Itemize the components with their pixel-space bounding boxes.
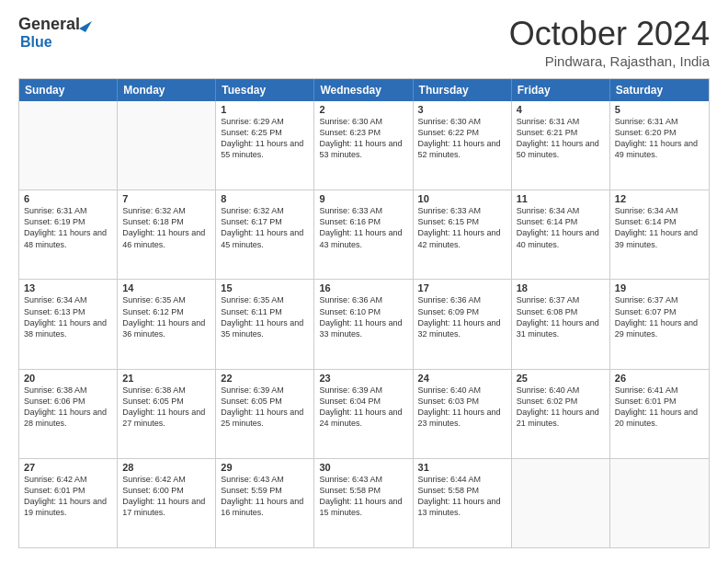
month-title: October 2024: [509, 15, 710, 53]
calendar-row: 13Sunrise: 6:34 AM Sunset: 6:13 PM Dayli…: [19, 279, 709, 368]
cell-text: Sunrise: 6:34 AM Sunset: 6:14 PM Dayligh…: [517, 205, 605, 250]
calendar-cell: 24Sunrise: 6:40 AM Sunset: 6:03 PM Dayli…: [414, 370, 512, 458]
calendar-header-cell: Friday: [512, 79, 610, 101]
calendar-cell: [512, 459, 610, 547]
cell-text: Sunrise: 6:38 AM Sunset: 6:05 PM Dayligh…: [122, 385, 210, 430]
logo-text: General: [18, 15, 89, 34]
calendar-cell: 19Sunrise: 6:37 AM Sunset: 6:07 PM Dayli…: [610, 280, 709, 368]
day-number: 15: [221, 282, 309, 293]
cell-text: Sunrise: 6:37 AM Sunset: 6:08 PM Dayligh…: [517, 294, 605, 339]
calendar-cell: 20Sunrise: 6:38 AM Sunset: 6:06 PM Dayli…: [19, 370, 118, 458]
calendar-cell: [118, 101, 216, 190]
day-number: 23: [319, 373, 407, 384]
page: General Blue October 2024 Pindwara, Raja…: [0, 0, 728, 563]
calendar-cell: 13Sunrise: 6:34 AM Sunset: 6:13 PM Dayli…: [19, 280, 118, 368]
calendar-cell: 9Sunrise: 6:33 AM Sunset: 6:16 PM Daylig…: [314, 190, 413, 279]
cell-text: Sunrise: 6:42 AM Sunset: 6:01 PM Dayligh…: [24, 474, 112, 519]
calendar-cell: 1Sunrise: 6:29 AM Sunset: 6:25 PM Daylig…: [216, 101, 314, 190]
day-number: 5: [615, 104, 704, 115]
calendar-header: SundayMondayTuesdayWednesdayThursdayFrid…: [19, 79, 709, 101]
cell-text: Sunrise: 6:36 AM Sunset: 6:10 PM Dayligh…: [319, 294, 407, 339]
cell-text: Sunrise: 6:31 AM Sunset: 6:20 PM Dayligh…: [615, 116, 704, 161]
calendar-cell: 18Sunrise: 6:37 AM Sunset: 6:08 PM Dayli…: [512, 280, 610, 368]
calendar-cell: 29Sunrise: 6:43 AM Sunset: 5:59 PM Dayli…: [216, 459, 314, 547]
calendar-cell: 7Sunrise: 6:32 AM Sunset: 6:18 PM Daylig…: [118, 190, 216, 279]
calendar-cell: [610, 459, 709, 547]
cell-text: Sunrise: 6:35 AM Sunset: 6:11 PM Dayligh…: [221, 294, 309, 339]
cell-text: Sunrise: 6:38 AM Sunset: 6:06 PM Dayligh…: [24, 385, 112, 430]
day-number: 8: [221, 193, 309, 204]
cell-text: Sunrise: 6:40 AM Sunset: 6:03 PM Dayligh…: [418, 385, 506, 430]
cell-text: Sunrise: 6:30 AM Sunset: 6:22 PM Dayligh…: [418, 116, 506, 161]
calendar-cell: 22Sunrise: 6:39 AM Sunset: 6:05 PM Dayli…: [216, 370, 314, 458]
calendar-cell: 5Sunrise: 6:31 AM Sunset: 6:20 PM Daylig…: [610, 101, 709, 190]
day-number: 21: [122, 373, 210, 384]
calendar-cell: 3Sunrise: 6:30 AM Sunset: 6:22 PM Daylig…: [414, 101, 512, 190]
calendar-cell: 17Sunrise: 6:36 AM Sunset: 6:09 PM Dayli…: [414, 280, 512, 368]
calendar-cell: 16Sunrise: 6:36 AM Sunset: 6:10 PM Dayli…: [314, 280, 413, 368]
calendar-cell: 23Sunrise: 6:39 AM Sunset: 6:04 PM Dayli…: [314, 370, 413, 458]
day-number: 13: [24, 282, 112, 293]
cell-text: Sunrise: 6:39 AM Sunset: 6:05 PM Dayligh…: [221, 385, 309, 430]
cell-text: Sunrise: 6:41 AM Sunset: 6:01 PM Dayligh…: [615, 385, 704, 430]
calendar-row: 1Sunrise: 6:29 AM Sunset: 6:25 PM Daylig…: [19, 101, 709, 190]
day-number: 2: [319, 104, 407, 115]
cell-text: Sunrise: 6:33 AM Sunset: 6:15 PM Dayligh…: [418, 205, 506, 250]
calendar-cell: 15Sunrise: 6:35 AM Sunset: 6:11 PM Dayli…: [216, 280, 314, 368]
calendar-cell: 14Sunrise: 6:35 AM Sunset: 6:12 PM Dayli…: [118, 280, 216, 368]
cell-text: Sunrise: 6:39 AM Sunset: 6:04 PM Dayligh…: [319, 385, 407, 430]
day-number: 24: [418, 373, 506, 384]
day-number: 4: [517, 104, 605, 115]
calendar-cell: 4Sunrise: 6:31 AM Sunset: 6:21 PM Daylig…: [512, 101, 610, 190]
day-number: 29: [221, 462, 309, 473]
calendar-header-cell: Tuesday: [216, 79, 314, 101]
day-number: 7: [122, 193, 210, 204]
cell-text: Sunrise: 6:33 AM Sunset: 6:16 PM Dayligh…: [319, 205, 407, 250]
calendar-header-cell: Thursday: [414, 79, 512, 101]
cell-text: Sunrise: 6:44 AM Sunset: 5:58 PM Dayligh…: [418, 474, 506, 519]
calendar-cell: 8Sunrise: 6:32 AM Sunset: 6:17 PM Daylig…: [216, 190, 314, 279]
cell-text: Sunrise: 6:34 AM Sunset: 6:13 PM Dayligh…: [24, 294, 112, 339]
cell-text: Sunrise: 6:34 AM Sunset: 6:14 PM Dayligh…: [615, 205, 704, 250]
day-number: 3: [418, 104, 506, 115]
calendar-cell: 28Sunrise: 6:42 AM Sunset: 6:00 PM Dayli…: [118, 459, 216, 547]
calendar-header-cell: Sunday: [19, 79, 118, 101]
day-number: 14: [122, 282, 210, 293]
day-number: 30: [319, 462, 407, 473]
calendar-row: 20Sunrise: 6:38 AM Sunset: 6:06 PM Dayli…: [19, 369, 709, 458]
cell-text: Sunrise: 6:36 AM Sunset: 6:09 PM Dayligh…: [418, 294, 506, 339]
day-number: 1: [221, 104, 309, 115]
cell-text: Sunrise: 6:31 AM Sunset: 6:21 PM Dayligh…: [517, 116, 605, 161]
day-number: 9: [319, 193, 407, 204]
calendar-body: 1Sunrise: 6:29 AM Sunset: 6:25 PM Daylig…: [19, 101, 709, 547]
day-number: 20: [24, 373, 112, 384]
calendar-cell: 26Sunrise: 6:41 AM Sunset: 6:01 PM Dayli…: [610, 370, 709, 458]
calendar-cell: 25Sunrise: 6:40 AM Sunset: 6:02 PM Dayli…: [512, 370, 610, 458]
day-number: 12: [615, 193, 704, 204]
calendar-cell: 12Sunrise: 6:34 AM Sunset: 6:14 PM Dayli…: [610, 190, 709, 279]
cell-text: Sunrise: 6:29 AM Sunset: 6:25 PM Dayligh…: [221, 116, 309, 161]
calendar-row: 27Sunrise: 6:42 AM Sunset: 6:01 PM Dayli…: [19, 458, 709, 547]
calendar-cell: [19, 101, 118, 190]
calendar-cell: 6Sunrise: 6:31 AM Sunset: 6:19 PM Daylig…: [19, 190, 118, 279]
day-number: 17: [418, 282, 506, 293]
calendar-cell: 27Sunrise: 6:42 AM Sunset: 6:01 PM Dayli…: [19, 459, 118, 547]
location: Pindwara, Rajasthan, India: [509, 53, 710, 69]
calendar-header-cell: Wednesday: [314, 79, 413, 101]
day-number: 22: [221, 373, 309, 384]
day-number: 16: [319, 282, 407, 293]
cell-text: Sunrise: 6:37 AM Sunset: 6:07 PM Dayligh…: [615, 294, 704, 339]
day-number: 25: [517, 373, 605, 384]
title-block: October 2024 Pindwara, Rajasthan, India: [509, 15, 710, 69]
day-number: 31: [418, 462, 506, 473]
day-number: 10: [418, 193, 506, 204]
logo-blue: Blue: [20, 34, 52, 50]
calendar-header-cell: Monday: [118, 79, 216, 101]
day-number: 11: [517, 193, 605, 204]
calendar-row: 6Sunrise: 6:31 AM Sunset: 6:19 PM Daylig…: [19, 190, 709, 279]
cell-text: Sunrise: 6:32 AM Sunset: 6:18 PM Dayligh…: [122, 205, 210, 250]
cell-text: Sunrise: 6:31 AM Sunset: 6:19 PM Dayligh…: [24, 205, 112, 250]
day-number: 6: [24, 193, 112, 204]
day-number: 28: [122, 462, 210, 473]
cell-text: Sunrise: 6:35 AM Sunset: 6:12 PM Dayligh…: [122, 294, 210, 339]
